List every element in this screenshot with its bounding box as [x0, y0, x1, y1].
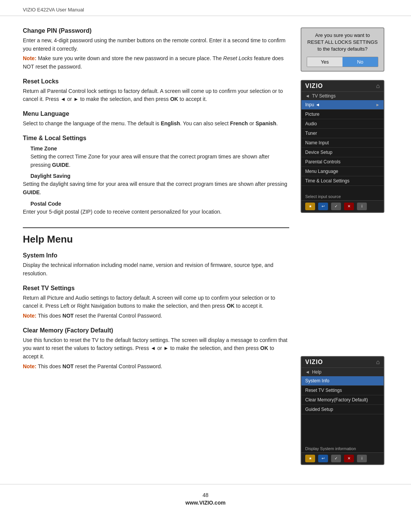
- clear-memory-body: Use this function to reset the TV to the…: [23, 336, 289, 361]
- tv-menu-item-menu-language[interactable]: Menu Language: [301, 167, 384, 176]
- tv-menu-item-audio[interactable]: Audio: [301, 119, 384, 129]
- tv-settings-menu: VIZIO ⌂ ◄ TV Settings Inpu ◄ ► Picture A…: [301, 80, 384, 213]
- icon-btn-x-1[interactable]: ✕: [344, 203, 354, 210]
- postal-code-title: Postal Code: [23, 201, 289, 207]
- tv-menu-item-time-local[interactable]: Time & Local Settings: [301, 176, 384, 186]
- clear-memory-title: Clear Memory (Factory Default): [23, 327, 289, 334]
- time-local-title: Time & Local Settings: [23, 135, 289, 142]
- tv-settings-back-label: TV Settings: [312, 93, 336, 99]
- time-zone-title: Time Zone: [23, 145, 289, 152]
- help-back-row[interactable]: ◄ Help: [301, 367, 384, 376]
- main-content: Change PIN (Password) Enter a new, 4-dig…: [0, 16, 411, 480]
- vizio-menu-header-2: VIZIO ⌂: [301, 357, 384, 367]
- system-info-title: System Info: [23, 252, 289, 259]
- page-header: VIZIO E422VA User Manual: [0, 0, 411, 16]
- reset-tv-body: Return all Picture and Audio settings to…: [23, 294, 289, 310]
- clear-memory-note: Note: This does NOT reset the Parental C…: [23, 363, 289, 371]
- tv-menu-2-icon-row: ★ ↩ ✓ ✕ i: [301, 452, 384, 464]
- help-menu-item-reset-tv[interactable]: Reset TV Settings: [301, 386, 384, 395]
- vizio-menu-header-1: VIZIO ⌂: [301, 81, 384, 91]
- daylight-saving-title: Daylight Saving: [23, 173, 289, 179]
- change-pin-note-label: Note:: [23, 55, 37, 61]
- reset-tv-title: Reset TV Settings: [23, 285, 289, 292]
- clear-memory-note-label: Note:: [23, 363, 37, 369]
- change-pin-body1: Enter a new, 4-digit password using the …: [23, 37, 289, 53]
- menu-spacer-1: [301, 186, 384, 193]
- menu-spacer-2: [301, 414, 384, 445]
- reset-tv-note: Note: This does NOT reset the Parental C…: [23, 312, 289, 320]
- home-icon-2: ⌂: [376, 359, 380, 366]
- system-info-body: Display the technical information includ…: [23, 261, 289, 278]
- tv-menu-1-status: Select input source: [301, 193, 384, 200]
- tv-menu-item-name-input[interactable]: Name Input: [301, 138, 384, 148]
- reset-tv-note-label: Note:: [23, 313, 37, 319]
- reset-dialog-no[interactable]: No: [342, 57, 378, 67]
- header-text: VIZIO E422VA User Manual: [23, 7, 84, 13]
- left-column: Change PIN (Password) Enter a new, 4-dig…: [23, 27, 289, 465]
- tv-menu-item-parental-controls[interactable]: Parental Controls: [301, 157, 384, 167]
- reset-locks-title: Reset Locks: [23, 78, 289, 85]
- icon-btn-star-2[interactable]: ★: [305, 455, 315, 462]
- postal-code-body: Enter your 5-digit postal (ZIP) code to …: [23, 208, 289, 216]
- tv-menu-1-items: Inpu ◄ ► Picture Audio Tuner Name Input …: [301, 100, 384, 186]
- website: www.VIZIO.com: [0, 500, 411, 506]
- tv-menu-item-device-setup[interactable]: Device Setup: [301, 148, 384, 157]
- middle-spacer: [301, 220, 388, 349]
- icon-btn-ok-2[interactable]: ✓: [331, 455, 341, 462]
- reset-locks-body: Return all Parental Control lock setting…: [23, 87, 289, 104]
- reset-dialog-yes[interactable]: Yes: [307, 57, 342, 67]
- icon-btn-star-1[interactable]: ★: [305, 203, 315, 210]
- menu-language-title: Menu Language: [23, 110, 289, 117]
- change-pin-note: Note: Make sure you write down and store…: [23, 54, 289, 71]
- right-column: Are you sure you want to RESET ALL LOCKS…: [301, 27, 388, 465]
- tv-menu-item-tuner[interactable]: Tuner: [301, 129, 384, 138]
- tv-menu-1-icon-row: ★ ↩ ✓ ✕ i: [301, 200, 384, 212]
- help-back-label: Help: [312, 369, 322, 375]
- page-number: 48: [0, 492, 411, 498]
- menu-language-body: Select to change the language of the men…: [23, 120, 289, 128]
- icon-btn-info-1[interactable]: i: [357, 203, 367, 210]
- icon-btn-back-1[interactable]: ↩: [318, 203, 328, 210]
- help-menu-item-guided-setup[interactable]: Guided Setup: [301, 405, 384, 414]
- vizio-logo-2: VIZIO: [305, 359, 323, 366]
- back-arrow-1: ◄: [305, 93, 310, 99]
- reset-dialog-buttons: Yes No: [307, 57, 378, 67]
- back-arrow-2: ◄: [305, 369, 310, 375]
- tv-help-menu: VIZIO ⌂ ◄ Help System Info Reset TV Sett…: [301, 356, 384, 465]
- reset-dialog: Are you sure you want to RESET ALL LOCKS…: [301, 27, 384, 72]
- home-icon-1: ⌂: [376, 83, 380, 89]
- tv-menu-item-picture[interactable]: Picture: [301, 110, 384, 119]
- reset-dialog-text: Are you sure you want to RESET ALL LOCKS…: [307, 32, 378, 53]
- change-pin-title: Change PIN (Password): [23, 27, 289, 34]
- icon-btn-x-2[interactable]: ✕: [344, 455, 354, 462]
- help-menu-item-system-info[interactable]: System Info: [301, 376, 384, 386]
- icon-btn-info-2[interactable]: i: [357, 455, 367, 462]
- tv-menu-2-status: Display System information: [301, 445, 384, 452]
- help-menu-title: Help Menu: [23, 227, 289, 245]
- time-zone-body: Setting the correct Time Zone for your a…: [23, 153, 289, 169]
- help-menu-item-clear-memory[interactable]: Clear Memory(Factory Default): [301, 395, 384, 405]
- tv-settings-back-row[interactable]: ◄ TV Settings: [301, 91, 384, 100]
- icon-btn-back-2[interactable]: ↩: [318, 455, 328, 462]
- tv-menu-2-items: System Info Reset TV Settings Clear Memo…: [301, 376, 384, 414]
- tv-menu-item-input[interactable]: Inpu ◄ ►: [301, 100, 384, 110]
- daylight-saving-body: Setting the daylight saving time for you…: [23, 180, 289, 197]
- vizio-logo-1: VIZIO: [305, 83, 323, 89]
- icon-btn-ok-1[interactable]: ✓: [331, 203, 341, 210]
- page-footer: 48 www.VIZIO.com: [0, 484, 411, 510]
